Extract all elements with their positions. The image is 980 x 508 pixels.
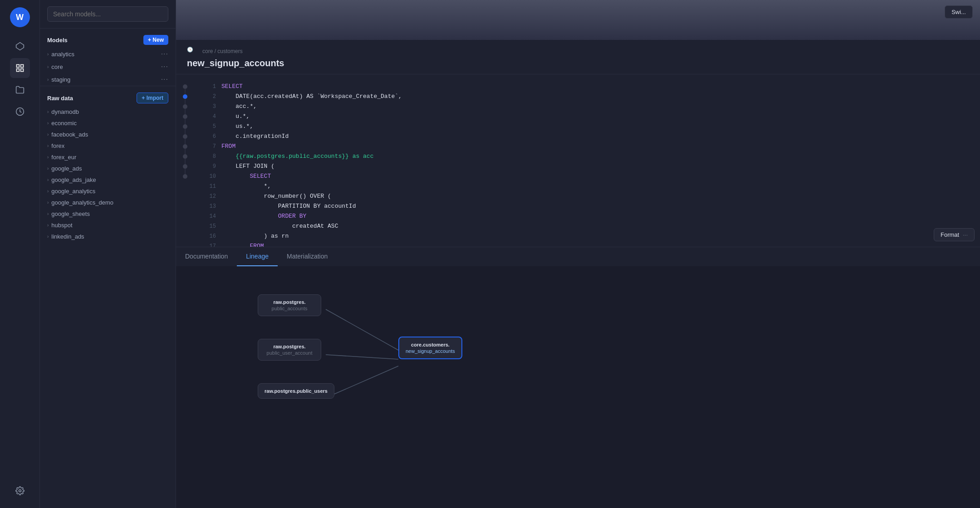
chevron-icon: › xyxy=(47,155,49,160)
raw-data-item-label: google_analytics_demo xyxy=(51,199,113,206)
svg-line-7 xyxy=(326,309,398,350)
raw-data-header: Raw data + Import xyxy=(40,90,176,106)
main-area: Swi... 🕓 core / customers new_signup_acc… xyxy=(176,0,980,508)
models-section-header: Models + New xyxy=(40,32,176,48)
lineage-node-public-user-account[interactable]: raw.postgres. public_user_account xyxy=(258,339,321,361)
sidebar-item-linkedin_ads[interactable]: ›linkedin_ads xyxy=(40,231,176,242)
sidebar-item-label: analytics xyxy=(51,51,74,58)
sidebar-item-label: core xyxy=(51,64,63,70)
chevron-icon: › xyxy=(47,121,49,126)
chevron-icon: › xyxy=(47,200,49,205)
version-dots xyxy=(176,74,194,247)
lineage-node-new-signup-accounts[interactable]: core.customers. new_signup_accounts xyxy=(398,337,462,359)
raw-data-list: ›dynamodb›economic›facebook_ads›forex›fo… xyxy=(40,106,176,242)
svg-line-9 xyxy=(326,366,398,398)
raw-data-item-label: forex_eur xyxy=(51,154,76,161)
search-bar xyxy=(40,0,176,29)
line-number: 2 xyxy=(201,92,216,102)
sidebar-item-dynamodb[interactable]: ›dynamodb xyxy=(40,106,176,117)
new-model-button[interactable]: + New xyxy=(143,35,168,45)
search-input[interactable] xyxy=(47,6,168,22)
chevron-icon: › xyxy=(47,109,49,114)
raw-data-item-label: facebook_ads xyxy=(51,131,88,138)
folder-nav-icon[interactable] xyxy=(10,80,30,100)
sidebar-item-google_ads[interactable]: ›google_ads xyxy=(40,163,176,174)
sidebar-item-analytics[interactable]: › analytics ··· xyxy=(40,48,176,60)
raw-data-item-label: google_ads xyxy=(51,165,82,172)
icon-sidebar: W xyxy=(0,0,40,508)
tab-materialization[interactable]: Materialization xyxy=(278,247,337,266)
import-button[interactable]: + Import xyxy=(137,93,168,103)
line-number: 1 xyxy=(201,82,216,92)
line-number: 15 xyxy=(201,221,216,231)
version-dot xyxy=(183,174,187,179)
version-dot xyxy=(183,164,187,169)
sidebar-item-forex[interactable]: ›forex xyxy=(40,140,176,151)
history-icon[interactable]: 🕓 xyxy=(187,47,193,53)
svg-point-6 xyxy=(19,490,21,492)
lineage-area: raw.postgres. public_accounts raw.postgr… xyxy=(176,266,980,439)
chevron-icon: › xyxy=(47,211,49,216)
chevron-icon: › xyxy=(47,132,49,137)
sidebar-item-economic[interactable]: ›economic xyxy=(40,117,176,129)
top-background: Swi... xyxy=(176,0,980,40)
version-dot xyxy=(183,124,187,129)
layers-nav-icon[interactable] xyxy=(10,58,30,78)
sidebar-item-core[interactable]: › core ··· xyxy=(40,60,176,73)
chevron-icon: › xyxy=(47,189,49,194)
chevron-icon: › xyxy=(47,77,49,82)
code-editor[interactable]: 1234567891011121314151617181920212223242… xyxy=(176,74,980,247)
format-button[interactable]: Format ··· xyxy=(934,228,975,241)
line-number: 8 xyxy=(201,151,216,161)
sidebar-item-google_analytics_demo[interactable]: ›google_analytics_demo xyxy=(40,197,176,208)
sidebar-item-google_ads_jake[interactable]: ›google_ads_jake xyxy=(40,174,176,186)
file-title: new_signup_accounts xyxy=(187,56,969,74)
line-number: 5 xyxy=(201,122,216,132)
line-number: 3 xyxy=(201,102,216,112)
chevron-icon: › xyxy=(47,177,49,182)
raw-data-item-label: economic xyxy=(51,120,77,127)
svg-rect-1 xyxy=(16,65,19,68)
sidebar-item-google_analytics[interactable]: ›google_analytics xyxy=(40,186,176,197)
version-dot xyxy=(183,144,187,149)
lineage-node-public-accounts[interactable]: raw.postgres. public_accounts xyxy=(258,294,321,316)
line-number: 6 xyxy=(201,132,216,142)
version-dot xyxy=(183,104,187,109)
tab-lineage[interactable]: Lineage xyxy=(237,247,278,266)
sidebar-item-forex_eur[interactable]: ›forex_eur xyxy=(40,151,176,163)
raw-data-section: Raw data + Import ›dynamodb›economic›fac… xyxy=(40,86,176,246)
avatar[interactable]: W xyxy=(10,7,30,27)
switch-button[interactable]: Swi... xyxy=(945,5,973,19)
sidebar-item-hubspot[interactable]: ›hubspot xyxy=(40,220,176,231)
raw-data-item-label: dynamodb xyxy=(51,108,79,115)
sidebar-item-facebook_ads[interactable]: ›facebook_ads xyxy=(40,129,176,140)
models-nav-icon[interactable] xyxy=(10,36,30,56)
raw-data-item-label: hubspot xyxy=(51,222,72,229)
line-number: 14 xyxy=(201,211,216,221)
item-menu-dots[interactable]: ··· xyxy=(161,63,168,71)
chevron-icon: › xyxy=(47,64,49,69)
line-number: 4 xyxy=(201,112,216,122)
item-menu-dots[interactable]: ··· xyxy=(161,50,168,58)
svg-line-8 xyxy=(326,355,398,359)
models-section: Models + New › analytics ··· › core ··· … xyxy=(40,29,176,508)
models-title: Models xyxy=(47,37,68,44)
format-button-container: Format ··· xyxy=(934,228,975,241)
code-content[interactable]: SELECT DATE(acc.createdAt) AS `Workspace… xyxy=(221,74,980,247)
raw-data-item-label: google_analytics xyxy=(51,188,95,195)
line-number: 10 xyxy=(201,171,216,181)
breadcrumb: core / customers xyxy=(202,44,243,55)
lineage-node-public-users[interactable]: raw.postgres.public_users xyxy=(258,383,334,399)
sidebar-item-staging[interactable]: › staging ··· xyxy=(40,73,176,86)
version-dot xyxy=(183,134,187,139)
settings-nav-icon[interactable] xyxy=(10,481,30,501)
clock-nav-icon[interactable] xyxy=(10,102,30,122)
tab-documentation[interactable]: Documentation xyxy=(176,247,237,266)
item-menu-dots[interactable]: ··· xyxy=(161,75,168,83)
svg-rect-4 xyxy=(16,69,19,72)
version-dot xyxy=(183,84,187,89)
raw-data-item-label: forex xyxy=(51,142,64,149)
sidebar-item-label: staging xyxy=(51,76,70,83)
sidebar-item-google_sheets[interactable]: ›google_sheets xyxy=(40,208,176,220)
line-number: 17 xyxy=(201,241,216,247)
